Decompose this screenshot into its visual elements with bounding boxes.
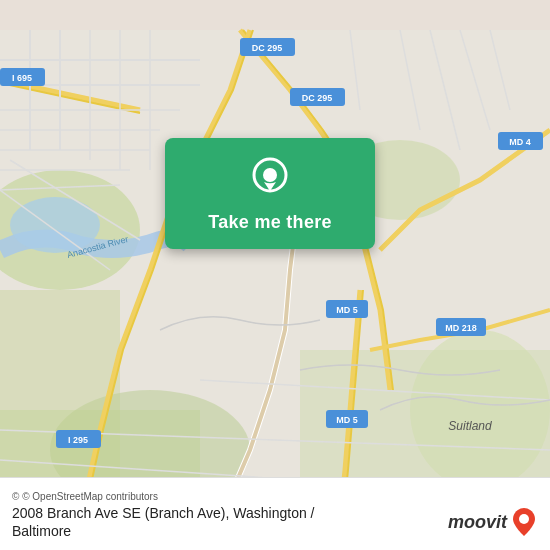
info-bar: © © OpenStreetMap contributors 2008 Bran… xyxy=(0,477,550,550)
svg-text:I 695: I 695 xyxy=(12,73,32,83)
moovit-pin-icon xyxy=(510,506,538,538)
svg-text:I 295: I 295 xyxy=(68,435,88,445)
map-container: DC 295 DC 295 I 695 I 295 MD 4 MD 218 MD… xyxy=(0,0,550,550)
destination-card: Take me there xyxy=(165,138,375,249)
moovit-logo: moovit xyxy=(448,506,538,538)
location-pin-icon xyxy=(247,156,293,202)
svg-text:MD 4: MD 4 xyxy=(509,137,531,147)
svg-point-54 xyxy=(519,514,529,524)
svg-text:DC 295: DC 295 xyxy=(302,93,333,103)
svg-point-53 xyxy=(263,168,277,182)
svg-text:Suitland: Suitland xyxy=(448,419,492,433)
copyright-text: © OpenStreetMap contributors xyxy=(22,491,158,502)
take-me-there-button[interactable]: Take me there xyxy=(208,212,332,233)
city-text: Baltimore xyxy=(12,523,71,539)
svg-text:MD 5: MD 5 xyxy=(336,415,358,425)
copyright-icon: © xyxy=(12,491,22,502)
svg-text:DC 295: DC 295 xyxy=(252,43,283,53)
moovit-text: moovit xyxy=(448,512,507,533)
svg-text:MD 218: MD 218 xyxy=(445,323,477,333)
copyright-line: © © OpenStreetMap contributors xyxy=(12,486,538,504)
map-background: DC 295 DC 295 I 695 I 295 MD 4 MD 218 MD… xyxy=(0,0,550,550)
svg-text:MD 5: MD 5 xyxy=(336,305,358,315)
address-text: 2008 Branch Ave SE (Branch Ave), Washing… xyxy=(12,505,314,521)
